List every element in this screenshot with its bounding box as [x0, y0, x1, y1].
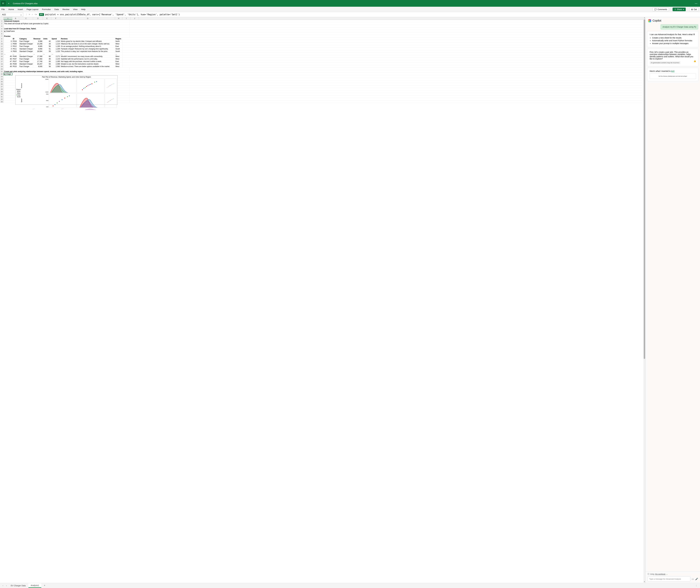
cell[interactable]: 2,285: [51, 60, 60, 63]
selected-cell[interactable]: [▸] Image: [4, 73, 12, 75]
row-header[interactable]: 28: [0, 88, 4, 90]
row-header[interactable]: 8: [0, 38, 4, 40]
cell[interactable]: 26,584: [33, 50, 43, 52]
cell[interactable]: P047: [12, 58, 19, 60]
row-header[interactable]: 3: [0, 25, 4, 27]
row-header[interactable]: 13: [0, 50, 4, 52]
cell[interactable]: East: [115, 45, 122, 47]
using-scope[interactable]: ⓘ Using this workbook ⌄: [647, 573, 698, 575]
add-sheet-button[interactable]: +: [42, 584, 47, 587]
cell[interactable]: South: [115, 50, 122, 52]
cell[interactable]: Standard Charger: [19, 63, 33, 65]
cell[interactable]: 2,171: [51, 55, 60, 58]
tab-menu-icon[interactable]: ⋮: [694, 585, 699, 587]
cell[interactable]: ...: [33, 53, 43, 55]
row-header[interactable]: 1: [0, 20, 4, 22]
cell[interactable]: It's an average product. Nothing extraor…: [60, 45, 115, 47]
sheet-tab-ev-charger-data[interactable]: EV Charger Data: [9, 584, 28, 588]
col-header-E[interactable]: E: [43, 17, 51, 20]
cell[interactable]: Fantastic charger! Reduced my car's char…: [60, 48, 115, 50]
microphone-icon[interactable]: 🎤: [695, 578, 698, 580]
row-header[interactable]: 32: [0, 98, 4, 100]
row-header[interactable]: 18: [0, 63, 4, 65]
row-header[interactable]: 19: [0, 65, 4, 68]
python-output-icon[interactable]: ⟲▾: [35, 13, 37, 16]
cell[interactable]: P008: [12, 43, 19, 45]
cell[interactable]: 2,233: [51, 58, 60, 60]
row-header[interactable]: 5: [0, 30, 4, 32]
book-icon[interactable]: ▭: [692, 578, 694, 580]
row-header[interactable]: 17: [0, 60, 4, 63]
cell[interactable]: Fast Charger: [19, 40, 33, 42]
cell[interactable]: 55: [43, 50, 51, 52]
row-header[interactable]: 30: [0, 93, 4, 95]
select-all-corner[interactable]: [0, 17, 4, 20]
cell[interactable]: Hilarious! My cat loves to sit on the wa…: [60, 43, 115, 45]
quick-access-caret[interactable]: ▾: [7, 2, 11, 4]
cell[interactable]: This sheet will include all Python code …: [4, 22, 130, 25]
cell[interactable]: 8,005: [33, 65, 43, 68]
cell[interactable]: 3: [4, 48, 12, 50]
cell[interactable]: Works great for my electric bike. Compac…: [60, 40, 115, 42]
copilot-input[interactable]: Type a message for Advanced Analysis: [647, 576, 690, 582]
cell[interactable]: Advanced Analysis: [4, 20, 130, 22]
formula-input[interactable]: pairplot = sns.pairplot(EVData_df, vars=…: [44, 13, 700, 16]
pair-plot-chart[interactable]: Pair Plot of Revenue, Marketing Spend, a…: [15, 75, 118, 105]
cell[interactable]: P003: [12, 50, 19, 52]
row-header[interactable]: 12: [0, 48, 4, 50]
row-header[interactable]: 27: [0, 85, 4, 88]
col-header-H[interactable]: H: [115, 17, 122, 20]
name-box[interactable]: A22⌄: [1, 13, 23, 17]
cell[interactable]: 2: [4, 45, 12, 47]
row-header[interactable]: 2: [0, 22, 4, 25]
ribbon-tab-review[interactable]: Review: [62, 8, 69, 10]
cell[interactable]: ...: [12, 53, 19, 55]
cell[interactable]: 94: [43, 63, 51, 65]
cell[interactable]: Fast Charger: [19, 58, 33, 60]
ribbon-tab-home[interactable]: Home: [8, 8, 14, 10]
row-header[interactable]: 9: [0, 40, 4, 42]
cell[interactable]: 85: [43, 58, 51, 60]
col-header-A[interactable]: A: [4, 17, 12, 20]
cell[interactable]: 8,085: [33, 45, 43, 47]
accept-icon[interactable]: ✓: [32, 13, 33, 16]
cell[interactable]: P011: [12, 48, 19, 50]
more-icon[interactable]: ⋮: [25, 13, 27, 16]
cell[interactable]: 93: [43, 60, 51, 63]
scroll-down-icon[interactable]: ▼: [643, 581, 645, 583]
cell[interactable]: Not happy with the purchase, returned it…: [60, 60, 115, 63]
cell[interactable]: 2,560: [51, 65, 60, 68]
cell[interactable]: Category: [19, 38, 33, 40]
catalog-button[interactable]: ⊞Cat: [689, 8, 699, 11]
minimize-button[interactable]: —: [693, 2, 699, 5]
cell[interactable]: Revenue: [33, 38, 43, 40]
col-header-C[interactable]: C: [19, 17, 33, 20]
cell[interactable]: West: [115, 65, 122, 68]
cell[interactable]: 51: [43, 48, 51, 50]
cell[interactable]: P018: [12, 40, 19, 42]
cell[interactable]: West: [115, 58, 122, 60]
ribbon-tab-data[interactable]: Data: [54, 8, 59, 10]
cell[interactable]: Mediocre at best. There are better optio…: [60, 65, 115, 68]
cell[interactable]: ...: [4, 53, 12, 55]
col-header-J[interactable]: J: [130, 17, 139, 20]
cell[interactable]: 56: [43, 45, 51, 47]
cell[interactable]: 17,740: [33, 60, 43, 63]
cell[interactable]: Fast Charger: [19, 60, 33, 63]
cell[interactable]: Fast Charger: [19, 65, 33, 68]
cell[interactable]: [4, 68, 130, 70]
cell[interactable]: Satisfied with the performance, but it's…: [60, 58, 115, 60]
cell[interactable]: 47: [4, 60, 12, 63]
cell[interactable]: 0: [4, 40, 12, 42]
comments-button[interactable]: 💬Comments: [653, 8, 669, 11]
cell-ref-link[interactable]: A22: [671, 70, 675, 72]
ribbon-tab-formulas[interactable]: Formulas: [42, 8, 51, 10]
cell[interactable]: West: [115, 63, 122, 65]
row-header[interactable]: 23: [0, 75, 4, 78]
row-header[interactable]: 4: [0, 27, 4, 30]
cell[interactable]: Standard Charger: [19, 43, 33, 45]
col-header-G[interactable]: G: [60, 17, 115, 20]
ribbon-tab-insert[interactable]: Insert: [18, 8, 23, 10]
col-header-I[interactable]: I: [122, 17, 130, 20]
col-header-D[interactable]: D: [33, 17, 43, 20]
